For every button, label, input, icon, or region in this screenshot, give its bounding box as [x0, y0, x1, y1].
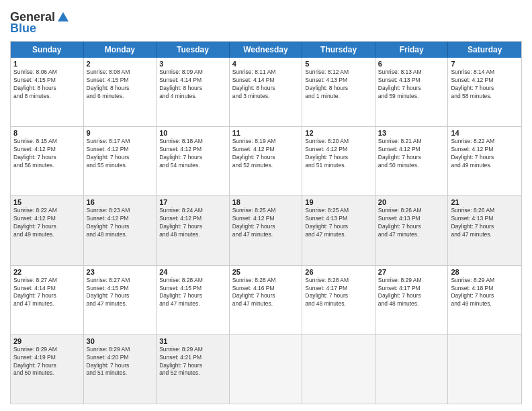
- day-info: Sunrise: 8:14 AMSunset: 4:12 PMDaylight:…: [451, 68, 519, 101]
- week-row: 29Sunrise: 8:29 AMSunset: 4:19 PMDayligh…: [11, 334, 521, 404]
- calendar-body: 1Sunrise: 8:06 AMSunset: 4:15 PMDaylight…: [11, 58, 521, 404]
- day-cell: 23Sunrise: 8:27 AMSunset: 4:15 PMDayligh…: [84, 266, 157, 334]
- week-row: 22Sunrise: 8:27 AMSunset: 4:14 PMDayligh…: [11, 265, 521, 334]
- day-number: 29: [13, 337, 81, 345]
- day-cell: 8Sunrise: 8:15 AMSunset: 4:12 PMDaylight…: [11, 127, 84, 195]
- day-cell: 19Sunrise: 8:25 AMSunset: 4:13 PMDayligh…: [302, 196, 375, 265]
- day-info: Sunrise: 8:08 AMSunset: 4:15 PMDaylight:…: [87, 68, 154, 101]
- day-info: Sunrise: 8:06 AMSunset: 4:15 PMDaylight:…: [13, 68, 81, 101]
- page: General Blue SundayMondayTuesdayWednesda…: [0, 0, 532, 411]
- svg-marker-0: [58, 12, 69, 21]
- day-info: Sunrise: 8:22 AMSunset: 4:12 PMDaylight:…: [13, 207, 81, 239]
- day-cell: 27Sunrise: 8:29 AMSunset: 4:17 PMDayligh…: [375, 266, 449, 334]
- day-cell: [448, 335, 521, 404]
- day-cell: 28Sunrise: 8:29 AMSunset: 4:18 PMDayligh…: [448, 266, 521, 334]
- day-info: Sunrise: 8:28 AMSunset: 4:16 PMDaylight:…: [232, 277, 300, 309]
- day-header-tuesday: Tuesday: [157, 42, 230, 58]
- day-info: Sunrise: 8:12 AMSunset: 4:13 PMDaylight:…: [305, 68, 372, 101]
- day-cell: 31Sunrise: 8:29 AMSunset: 4:21 PMDayligh…: [157, 335, 230, 404]
- day-cell: 30Sunrise: 8:29 AMSunset: 4:20 PMDayligh…: [84, 335, 157, 404]
- day-info: Sunrise: 8:15 AMSunset: 4:12 PMDaylight:…: [13, 138, 81, 170]
- day-number: 23: [87, 268, 154, 276]
- day-header-friday: Friday: [375, 42, 449, 58]
- day-number: 20: [378, 198, 445, 206]
- day-cell: 12Sunrise: 8:20 AMSunset: 4:12 PMDayligh…: [302, 127, 375, 195]
- day-info: Sunrise: 8:22 AMSunset: 4:12 PMDaylight:…: [451, 138, 519, 170]
- logo-icon: [56, 11, 70, 24]
- day-number: 13: [378, 129, 445, 137]
- day-cell: 3Sunrise: 8:09 AMSunset: 4:14 PMDaylight…: [157, 58, 230, 126]
- day-info: Sunrise: 8:26 AMSunset: 4:13 PMDaylight:…: [451, 207, 519, 239]
- day-cell: [230, 335, 303, 404]
- day-number: 10: [159, 129, 226, 137]
- day-cell: 21Sunrise: 8:26 AMSunset: 4:13 PMDayligh…: [448, 196, 521, 265]
- day-number: 28: [451, 268, 519, 276]
- day-cell: 4Sunrise: 8:11 AMSunset: 4:14 PMDaylight…: [230, 58, 303, 126]
- day-info: Sunrise: 8:19 AMSunset: 4:12 PMDaylight:…: [232, 138, 300, 170]
- week-row: 15Sunrise: 8:22 AMSunset: 4:12 PMDayligh…: [11, 195, 521, 265]
- day-cell: 22Sunrise: 8:27 AMSunset: 4:14 PMDayligh…: [11, 266, 84, 334]
- day-number: 31: [159, 337, 226, 345]
- day-number: 19: [305, 198, 372, 206]
- day-number: 25: [232, 268, 300, 276]
- week-row: 1Sunrise: 8:06 AMSunset: 4:15 PMDaylight…: [11, 58, 521, 126]
- day-cell: [302, 335, 375, 404]
- day-header-saturday: Saturday: [448, 42, 521, 58]
- day-cell: 16Sunrise: 8:23 AMSunset: 4:12 PMDayligh…: [84, 196, 157, 265]
- day-info: Sunrise: 8:29 AMSunset: 4:19 PMDaylight:…: [13, 346, 81, 378]
- day-cell: 6Sunrise: 8:13 AMSunset: 4:13 PMDaylight…: [375, 58, 449, 126]
- week-row: 8Sunrise: 8:15 AMSunset: 4:12 PMDaylight…: [11, 126, 521, 195]
- header: General Blue: [10, 10, 522, 36]
- day-number: 3: [159, 60, 226, 68]
- day-cell: 25Sunrise: 8:28 AMSunset: 4:16 PMDayligh…: [230, 266, 303, 334]
- day-info: Sunrise: 8:27 AMSunset: 4:14 PMDaylight:…: [13, 277, 81, 309]
- day-cell: 11Sunrise: 8:19 AMSunset: 4:12 PMDayligh…: [230, 127, 303, 195]
- day-number: 6: [378, 60, 445, 68]
- day-number: 16: [87, 198, 154, 206]
- day-info: Sunrise: 8:23 AMSunset: 4:12 PMDaylight:…: [87, 207, 154, 239]
- day-header-thursday: Thursday: [302, 42, 375, 58]
- day-number: 14: [451, 129, 519, 137]
- day-info: Sunrise: 8:28 AMSunset: 4:15 PMDaylight:…: [159, 277, 226, 309]
- day-info: Sunrise: 8:29 AMSunset: 4:20 PMDaylight:…: [87, 346, 154, 378]
- day-number: 8: [13, 129, 81, 137]
- day-number: 22: [13, 268, 81, 276]
- day-cell: 10Sunrise: 8:18 AMSunset: 4:12 PMDayligh…: [157, 127, 230, 195]
- day-number: 7: [451, 60, 519, 68]
- day-info: Sunrise: 8:29 AMSunset: 4:21 PMDaylight:…: [159, 346, 226, 378]
- day-info: Sunrise: 8:29 AMSunset: 4:17 PMDaylight:…: [378, 277, 445, 309]
- day-header-monday: Monday: [84, 42, 157, 58]
- day-cell: 7Sunrise: 8:14 AMSunset: 4:12 PMDaylight…: [448, 58, 521, 126]
- day-number: 17: [159, 198, 226, 206]
- day-cell: [375, 335, 449, 404]
- day-cell: 1Sunrise: 8:06 AMSunset: 4:15 PMDaylight…: [11, 58, 84, 126]
- day-number: 27: [378, 268, 445, 276]
- day-header-sunday: Sunday: [11, 42, 84, 58]
- day-number: 12: [305, 129, 372, 137]
- day-number: 9: [87, 129, 154, 137]
- day-info: Sunrise: 8:17 AMSunset: 4:12 PMDaylight:…: [87, 138, 154, 170]
- day-number: 18: [232, 198, 300, 206]
- day-headers-row: SundayMondayTuesdayWednesdayThursdayFrid…: [11, 42, 521, 58]
- day-info: Sunrise: 8:26 AMSunset: 4:13 PMDaylight:…: [378, 207, 445, 239]
- day-cell: 5Sunrise: 8:12 AMSunset: 4:13 PMDaylight…: [302, 58, 375, 126]
- day-cell: 24Sunrise: 8:28 AMSunset: 4:15 PMDayligh…: [157, 266, 230, 334]
- logo: General Blue: [10, 10, 70, 36]
- calendar: SundayMondayTuesdayWednesdayThursdayFrid…: [10, 41, 522, 404]
- day-cell: 20Sunrise: 8:26 AMSunset: 4:13 PMDayligh…: [375, 196, 449, 265]
- day-info: Sunrise: 8:27 AMSunset: 4:15 PMDaylight:…: [87, 277, 154, 309]
- day-cell: 14Sunrise: 8:22 AMSunset: 4:12 PMDayligh…: [448, 127, 521, 195]
- day-number: 1: [13, 60, 81, 68]
- day-info: Sunrise: 8:28 AMSunset: 4:17 PMDaylight:…: [305, 277, 372, 309]
- day-cell: 9Sunrise: 8:17 AMSunset: 4:12 PMDaylight…: [84, 127, 157, 195]
- day-cell: 2Sunrise: 8:08 AMSunset: 4:15 PMDaylight…: [84, 58, 157, 126]
- day-info: Sunrise: 8:29 AMSunset: 4:18 PMDaylight:…: [451, 277, 519, 309]
- day-cell: 29Sunrise: 8:29 AMSunset: 4:19 PMDayligh…: [11, 335, 84, 404]
- day-info: Sunrise: 8:18 AMSunset: 4:12 PMDaylight:…: [159, 138, 226, 170]
- day-cell: 15Sunrise: 8:22 AMSunset: 4:12 PMDayligh…: [11, 196, 84, 265]
- day-number: 21: [451, 198, 519, 206]
- day-number: 5: [305, 60, 372, 68]
- day-cell: 17Sunrise: 8:24 AMSunset: 4:12 PMDayligh…: [157, 196, 230, 265]
- day-number: 15: [13, 198, 81, 206]
- logo-blue-text: Blue: [10, 21, 36, 36]
